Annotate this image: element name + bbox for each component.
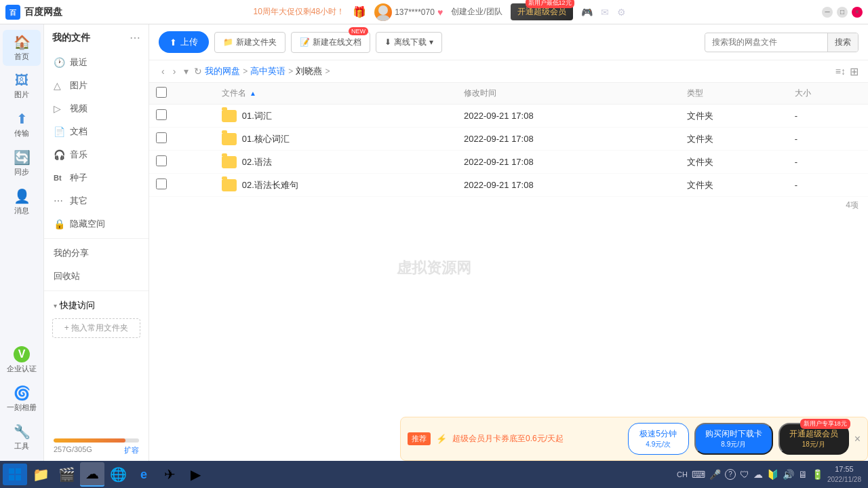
row-name-2[interactable]: 02.语法 — [242, 156, 272, 168]
table-row: 01.词汇 2022-09-21 17:08 文件夹 - — [149, 105, 868, 128]
sidebar-item-videos[interactable]: ▷ 视频 — [44, 97, 149, 120]
table-row: 02.语法长难句 2022-09-21 17:08 文件夹 - — [149, 174, 868, 197]
col-header-date[interactable]: 修改时间 — [457, 83, 680, 105]
nav-item-tools[interactable]: 🔧 工具 — [3, 419, 41, 455]
tray-help-icon[interactable]: ? — [725, 469, 736, 480]
dropdown-icon: ▾ — [429, 37, 433, 47]
sidebar-item-music[interactable]: 🎧 音乐 — [44, 143, 149, 166]
tray-antivirus-icon[interactable]: 🔰 — [767, 469, 778, 480]
docs-icon: 📄 — [54, 126, 64, 137]
taskbar-app-ie[interactable]: e — [132, 462, 156, 487]
col-header-size[interactable]: 大小 — [788, 83, 868, 105]
fast-download-button[interactable]: 极速5分钟 4.9元/次 — [628, 423, 689, 455]
sort-indicator: ▲ — [250, 90, 256, 97]
row-checkbox-3[interactable] — [156, 179, 167, 189]
create-team-btn[interactable]: 创建企业/团队 — [451, 6, 502, 18]
nav-item-enterprise[interactable]: V 企业认证 — [3, 342, 41, 378]
maximize-button[interactable]: □ — [837, 7, 848, 18]
sidebar-item-seed[interactable]: Bt 种子 — [44, 166, 149, 189]
forward-button[interactable]: › — [170, 64, 179, 78]
taskbar-app-media-player[interactable]: 🎬 — [54, 462, 79, 487]
row-name-0[interactable]: 01.词汇 — [242, 110, 272, 122]
tray-volume-icon[interactable]: 🔊 — [783, 469, 794, 480]
new-doc-icon: 📝 — [300, 37, 310, 47]
search-input[interactable] — [705, 34, 827, 50]
user-avatar[interactable] — [374, 3, 392, 21]
search-button[interactable]: 搜索 — [827, 33, 858, 52]
select-all-checkbox[interactable] — [156, 87, 167, 98]
new-folder-button[interactable]: 📁 新建文件夹 — [214, 32, 285, 53]
nav-item-home[interactable]: 🏠 首页 — [3, 30, 41, 66]
videos-icon: ▷ — [54, 103, 64, 114]
view-buttons: ≡↕ ⊞ — [835, 65, 859, 78]
offline-card-button[interactable]: 购买闲时下载卡 8.9元/月 — [694, 423, 773, 455]
close-button[interactable]: × — [852, 7, 863, 18]
nav-item-transfer[interactable]: ⬆ 传输 — [3, 107, 41, 143]
settings-icon[interactable]: ⚙ — [617, 7, 626, 18]
minimize-button[interactable]: ─ — [822, 7, 833, 18]
row-checkbox-1[interactable] — [156, 132, 167, 143]
breadcrumb-path1[interactable]: 高中英语 — [250, 65, 285, 77]
expand-storage-button[interactable]: 扩容 — [124, 445, 139, 455]
sidebar-item-pics[interactable]: △ 图片 — [44, 74, 149, 97]
grid-view-button[interactable]: ⊞ — [850, 65, 859, 78]
nav-item-sync[interactable]: 🔄 同步 — [3, 145, 41, 181]
sidebar-more-icon[interactable]: ⋯ — [130, 31, 140, 44]
taskbar-app-game[interactable]: ▶ — [183, 462, 208, 487]
row-date-2: 2022-09-21 17:08 — [457, 151, 680, 174]
sidebar-item-recent[interactable]: 🕐 最近 — [44, 51, 149, 74]
folder-icon — [222, 179, 237, 191]
vip-button[interactable]: 开通超级会员 新用户最低12元 — [511, 3, 573, 20]
dropdown-nav-icon[interactable]: ▾ — [181, 64, 191, 78]
add-folder-button[interactable]: + 拖入常用文件夹 — [52, 318, 140, 338]
quick-access-header[interactable]: ▾ 快捷访问 — [44, 294, 149, 314]
promo-text: 10周年大促仅剩48小时！ — [253, 6, 344, 18]
taskbar-app-feijian[interactable]: ✈ — [157, 462, 182, 487]
sidebar-item-docs[interactable]: 📄 文档 — [44, 120, 149, 143]
taskbar-tray: CH ⌨ 🎤 ? 🛡 ☁ 🔰 🔊 🖥 🔋 17:55 2022/11/28 — [677, 464, 865, 484]
mail-icon[interactable]: ✉ — [601, 7, 609, 18]
taskbar-app-baidu-disk[interactable]: ☁ — [80, 462, 104, 487]
banner-close-button[interactable]: × — [854, 433, 861, 445]
pic-icon: 🖼 — [15, 73, 28, 88]
tray-lang[interactable]: CH — [677, 470, 688, 478]
row-checkbox-2[interactable] — [156, 155, 167, 166]
col-header-name[interactable]: 文件名 ▲ — [215, 83, 457, 105]
banner-text: 超级会员月卡券底至0.6元/天起 — [452, 433, 623, 445]
tray-keyboard-icon[interactable]: ⌨ — [692, 469, 705, 480]
row-name-1[interactable]: 01.核心词汇 — [242, 133, 290, 145]
offline-download-button[interactable]: ⬇ 离线下载 ▾ — [376, 32, 442, 53]
tray-security-icon[interactable]: 🛡 — [740, 469, 749, 480]
svg-text:百: 百 — [9, 9, 17, 16]
lightning-icon: ⚡ — [436, 434, 447, 444]
tray-battery-icon[interactable]: 🔋 — [812, 469, 823, 480]
sidebar-item-other[interactable]: ⋯ 其它 — [44, 189, 149, 212]
back-button[interactable]: ‹ — [159, 64, 167, 78]
taskbar-app-file-manager[interactable]: 📁 — [28, 462, 53, 487]
taskbar-app-chrome[interactable]: 🌐 — [106, 462, 130, 487]
left-nav: 🏠 首页 🖼 图片 ⬆ 传输 🔄 同步 👤 消息 V 企业认证 🌀 一刻相册 — [0, 24, 44, 461]
tray-time[interactable]: 17:55 2022/11/28 — [827, 464, 861, 484]
sidebar-item-myshare[interactable]: 我的分享 — [44, 242, 149, 265]
game-icon[interactable]: 🎮 — [581, 7, 593, 18]
nav-item-pic[interactable]: 🖼 图片 — [3, 69, 41, 104]
new-doc-button[interactable]: 📝 新建在线文档 NEW — [291, 32, 370, 53]
breadcrumb-root[interactable]: 我的网盘 — [205, 65, 240, 77]
nav-item-album[interactable]: 🌀 一刻相册 — [3, 381, 41, 417]
sidebar-item-recycle[interactable]: 回收站 — [44, 265, 149, 288]
sidebar-item-private[interactable]: 🔒 隐藏空间 — [44, 212, 149, 236]
storage-used: 257G/305G — [54, 445, 92, 455]
sort-button[interactable]: ≡↕ — [835, 66, 846, 77]
nav-item-msg[interactable]: 👤 消息 — [3, 184, 41, 220]
tray-mic-icon[interactable]: 🎤 — [709, 469, 721, 480]
start-button[interactable] — [3, 464, 27, 485]
sidebar-header: 我的文件 ⋯ — [44, 24, 149, 51]
tray-cloud-icon[interactable]: ☁ — [753, 469, 763, 480]
refresh-button[interactable]: ↻ — [194, 66, 202, 77]
row-checkbox-0[interactable] — [156, 109, 167, 120]
upload-button[interactable]: ⬆ 上传 — [159, 31, 209, 53]
row-name-3[interactable]: 02.语法长难句 — [242, 179, 298, 191]
tray-network-icon[interactable]: 🖥 — [798, 469, 808, 480]
vip-banner-button[interactable]: 开通超级会员 18元/月 新用户专享18元 — [778, 423, 849, 455]
col-header-type[interactable]: 类型 — [680, 83, 787, 105]
